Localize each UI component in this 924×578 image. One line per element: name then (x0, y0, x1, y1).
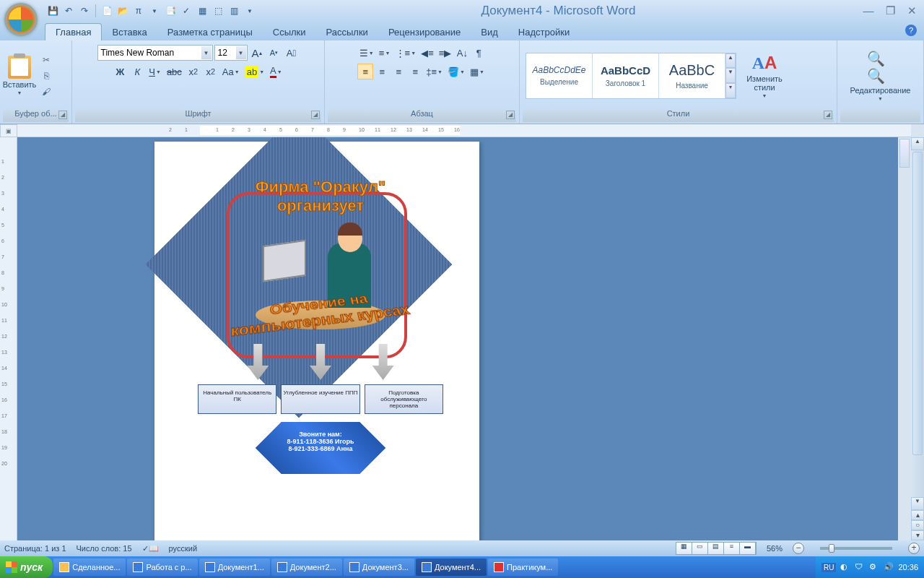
browse-object-icon[interactable]: ○ (911, 520, 924, 530)
indent-decrease-button[interactable]: ◀≡ (419, 45, 436, 61)
taskbar-item[interactable]: Документ1... (199, 558, 270, 576)
clock[interactable]: 20:36 (898, 563, 918, 571)
superscript-button[interactable]: x2 (203, 64, 219, 79)
style-item[interactable]: AaBbCcDdEe Выделение (526, 53, 593, 98)
align-center-button[interactable]: ≡ (374, 64, 390, 79)
volume-icon[interactable]: 🔊 (884, 562, 894, 572)
shrink-font-icon[interactable]: A▾ (266, 45, 282, 61)
quickprint-icon[interactable]: 📑 (164, 4, 177, 17)
taskbar-item[interactable]: Сделанное... (53, 558, 126, 576)
taskbar-item[interactable]: Документ4... (416, 558, 487, 576)
highlight-button[interactable]: ab▼ (243, 64, 266, 79)
browse-next-icon[interactable]: ▾ (911, 530, 924, 540)
language-bar[interactable]: RU (821, 563, 836, 572)
bold-button[interactable]: Ж (112, 64, 128, 79)
gallery-up-icon[interactable]: ▲ (725, 53, 736, 69)
view-ruler-icon[interactable] (899, 139, 910, 168)
document-area[interactable]: Фирма "Оракул" организует Обучение на ко… (17, 137, 898, 540)
word-count[interactable]: Число слов: 15 (77, 544, 132, 553)
scroll-up-icon[interactable]: ▲ (911, 137, 924, 150)
format-painter-icon[interactable]: 🖌 (39, 85, 53, 99)
table-icon[interactable]: ▥ (227, 4, 240, 17)
italic-button[interactable]: К (129, 64, 145, 79)
tray-icon[interactable]: ⚙ (869, 562, 879, 572)
page-indicator[interactable]: Страница: 1 из 1 (4, 544, 66, 553)
help-icon[interactable]: ? (905, 25, 917, 36)
tab-home[interactable]: Главная (45, 23, 102, 40)
tray-icon[interactable]: 🛡 (855, 562, 865, 572)
bullets-button[interactable]: ☰▼ (357, 45, 376, 61)
subscript-button[interactable]: x2 (186, 64, 201, 79)
maximize-button[interactable]: ❐ (882, 4, 898, 17)
browse-prev-icon[interactable]: ▴ (911, 510, 924, 520)
undo-icon[interactable]: ↶ (62, 4, 75, 17)
numbering-button[interactable]: ≡▼ (377, 45, 393, 61)
horizontal-ruler[interactable]: 21 123 456 789 101112 131415 16 (17, 124, 911, 137)
redo-icon[interactable]: ↷ (78, 4, 91, 17)
gallery-down-icon[interactable]: ▼ (725, 68, 736, 83)
shading-button[interactable]: 🪣▼ (445, 64, 467, 79)
ruler-toggle[interactable] (911, 124, 924, 137)
clear-formatting-icon[interactable]: A⃠ (284, 45, 300, 61)
cut-icon[interactable]: ✂ (39, 53, 53, 67)
save-icon[interactable]: 💾 (46, 4, 59, 17)
dialog-launcher-icon[interactable]: ◢ (824, 111, 832, 119)
vertical-scrollbar[interactable]: ▲ ▼ ▴ ○ ▾ (911, 137, 924, 540)
minimize-button[interactable]: — (860, 4, 876, 17)
columns-icon[interactable]: ▦ (196, 4, 209, 17)
multilevel-button[interactable]: ⋮≡▼ (393, 45, 419, 61)
dialog-launcher-icon[interactable]: ◢ (311, 111, 320, 119)
line-spacing-button[interactable]: ‡≡▼ (424, 64, 445, 79)
align-right-button[interactable]: ≡ (391, 64, 406, 79)
tab-references[interactable]: Ссылки (263, 24, 316, 40)
justify-button[interactable]: ≡ (407, 64, 423, 79)
equation-icon[interactable]: π (132, 4, 145, 17)
find-button[interactable]: 🔍🔍 Редактирование ▼ (864, 47, 897, 104)
office-button[interactable] (4, 3, 38, 36)
tab-review[interactable]: Рецензирование (378, 24, 471, 40)
web-layout-icon[interactable]: ▤ (708, 543, 724, 554)
paste-button[interactable]: Вставить ▼ (3, 53, 36, 98)
tab-layout[interactable]: Разметка страницы (157, 24, 263, 40)
taskbar-item[interactable]: Практикум... (488, 558, 558, 576)
zoom-out-button[interactable]: − (793, 543, 804, 554)
dialog-launcher-icon[interactable]: ◢ (58, 111, 67, 119)
change-styles-button[interactable]: AA Изменить стили ▼ (741, 50, 788, 101)
vertical-ruler[interactable]: 123 456 789 101112 131415 161718 1920 (0, 137, 17, 540)
borders-button[interactable]: ▦▼ (468, 64, 487, 79)
sort-button[interactable]: A↓ (454, 45, 470, 61)
spellcheck-status-icon[interactable]: ✓📖 (142, 544, 159, 553)
start-button[interactable]: пуск (0, 556, 53, 578)
font-color-button[interactable]: A▼ (268, 64, 284, 79)
taskbar-item[interactable]: Документ3... (344, 558, 414, 576)
new-icon[interactable]: 📄 (100, 4, 113, 17)
select-icon[interactable]: ⬚ (212, 4, 225, 17)
tab-insert[interactable]: Вставка (102, 24, 157, 40)
change-case-button[interactable]: Aa▼ (220, 64, 242, 79)
scroll-down-icon[interactable]: ▼ (911, 497, 924, 510)
underline-button[interactable]: Ч▼ (147, 64, 163, 79)
grow-font-icon[interactable]: A▴ (249, 45, 265, 61)
font-size-combo[interactable]: 12▼ (214, 45, 248, 61)
language-indicator[interactable]: русский (169, 544, 197, 553)
tab-view[interactable]: Вид (471, 24, 508, 40)
align-left-button[interactable]: ≡ (357, 64, 373, 79)
open-icon[interactable]: 📂 (116, 4, 129, 17)
customize-qat-icon[interactable]: ▼ (243, 4, 256, 17)
draft-icon[interactable]: ▬ (740, 543, 756, 554)
taskbar-item[interactable]: Документ2... (271, 558, 342, 576)
zoom-percent[interactable]: 56% (767, 544, 783, 553)
show-marks-button[interactable]: ¶ (471, 45, 487, 61)
taskbar-item[interactable]: Работа с р... (127, 558, 197, 576)
full-screen-icon[interactable]: ▭ (692, 543, 708, 554)
zoom-in-button[interactable]: + (908, 543, 920, 554)
ruler-corner[interactable]: ▣ (0, 124, 17, 137)
styles-gallery[interactable]: AaBbCcDdEe Выделение AaBbCcD Заголовок 1… (526, 53, 736, 99)
tab-mailings[interactable]: Рассылки (316, 24, 378, 40)
font-name-combo[interactable]: Times New Roman▼ (97, 45, 213, 61)
dialog-launcher-icon[interactable]: ◢ (506, 111, 515, 119)
indent-increase-button[interactable]: ≡▶ (437, 45, 454, 61)
print-layout-icon[interactable]: ▦ (676, 543, 692, 554)
zoom-slider[interactable] (820, 547, 892, 550)
spellcheck-icon[interactable]: ✓ (180, 4, 193, 17)
